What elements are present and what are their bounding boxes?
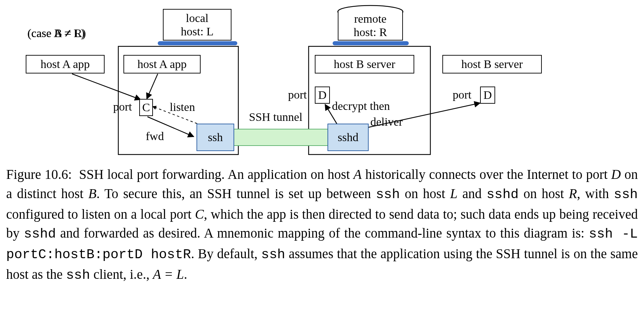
local-top: local bbox=[186, 11, 208, 25]
port-c: C bbox=[139, 99, 153, 116]
host-b-server-outside: host B server bbox=[442, 55, 542, 73]
svg-line-3 bbox=[72, 74, 141, 100]
port-d-out: D bbox=[480, 87, 495, 104]
tunnel-label: SSH tunnel bbox=[249, 111, 302, 124]
local-host-box: local host: L bbox=[163, 9, 231, 41]
local-bot: host: L bbox=[181, 25, 213, 38]
fwd-label: fwd bbox=[146, 130, 164, 143]
local-underline bbox=[158, 41, 237, 45]
fig-number: Figure 10.6: bbox=[6, 167, 72, 182]
port-d-label-out: port bbox=[453, 88, 472, 101]
port-d-label-in: port bbox=[288, 88, 307, 101]
ssh-process: ssh bbox=[196, 124, 234, 151]
host-a-app-inside: host A app bbox=[123, 55, 201, 73]
sshd-process: sshd bbox=[327, 124, 369, 151]
host-a-app-outside: host A app bbox=[26, 55, 105, 73]
port-c-label: port bbox=[113, 100, 132, 113]
figure-caption: Figure 10.6: SSH local port forwarding. … bbox=[6, 165, 638, 285]
deliver-label: deliver bbox=[370, 115, 403, 128]
remote-host-box: remote host: R bbox=[338, 11, 403, 41]
case-b-label: (case B ≠ R) bbox=[27, 27, 86, 40]
svg-line-4 bbox=[147, 74, 158, 99]
decrypt-label: decrypt then bbox=[332, 100, 390, 113]
remote-bot: host: R bbox=[354, 25, 387, 39]
ssh-tunnel bbox=[233, 129, 329, 146]
ssh-forwarding-diagram: (case A ≠ L) (case B ≠ R) local host: L … bbox=[27, 3, 610, 158]
host-b-server-inside: host B server bbox=[315, 55, 414, 73]
remote-underline bbox=[333, 41, 409, 45]
remote-top: remote bbox=[354, 12, 386, 25]
listen-label: listen bbox=[170, 101, 195, 114]
port-d-in: D bbox=[315, 87, 330, 104]
